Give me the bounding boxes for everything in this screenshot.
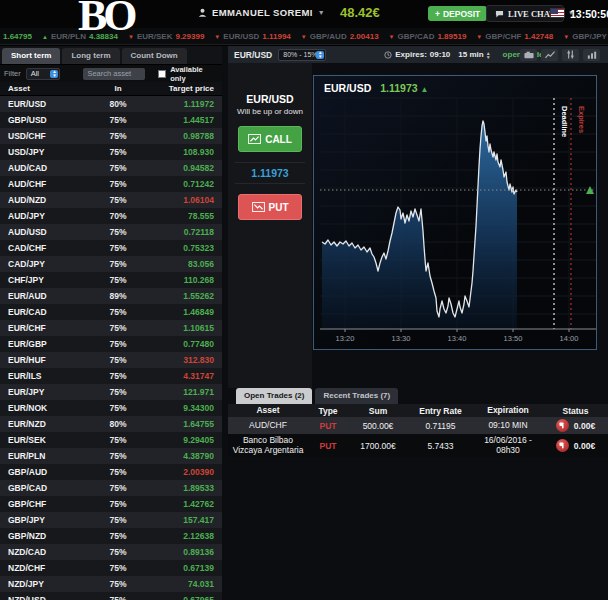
tab-open-trades-2-[interactable]: Open Trades (2) [236,388,312,404]
asset-row[interactable]: EUR/NOK75%9.34300 [0,400,222,416]
filter-select[interactable]: All ▲▼ [26,68,61,80]
asset-target-price: 0.98788 [146,131,222,141]
payout-select[interactable]: 80% - 15% ▲▼ [278,49,326,61]
asset-row[interactable]: EUR/HUF75%312.830 [0,352,222,368]
column-header: Type [308,406,348,416]
asset-row[interactable]: CHF/JPY75%110.268 [0,272,222,288]
trade-row[interactable]: AUD/CHFPUT500.00€0.7119509:10 MIN0.00€ [228,417,608,434]
snapshot-button[interactable] [520,49,537,61]
asset-row[interactable]: CAD/CHF75%0.75323 [0,240,222,256]
asset-target-price: 0.71242 [146,179,222,189]
asset-target-price: 0.67139 [146,563,222,573]
asset-row[interactable]: EUR/JPY75%121.971 [0,384,222,400]
asset-row[interactable]: EUR/AUD89%1.55262 [0,288,222,304]
column-header: Expiration [473,406,543,416]
column-header: Entry Rate [408,406,473,416]
available-only-toggle[interactable]: Available only [158,65,218,83]
asset-row[interactable]: USD/CHF75%0.98788 [0,128,222,144]
ticker-value: 1.11994 [262,32,290,41]
column-header: Status [543,406,608,416]
asset-row[interactable]: GBP/NZD75%2.12638 [0,528,222,544]
ticker-pair: GBP/CAD [398,32,435,41]
asset-name: AUD/USD [0,227,90,237]
asset-target-price: 121.971 [146,387,222,397]
trade-type: PUT [308,421,348,431]
search-input[interactable] [83,68,145,80]
asset-row[interactable]: NZD/CHF75%0.67139 [0,560,222,576]
asset-row[interactable]: GBP/JPY75%157.417 [0,512,222,528]
column-header: Asset [228,406,308,416]
asset-row[interactable]: EUR/USD80%1.11972 [0,96,222,112]
asset-row[interactable]: EUR/PLN75%4.38790 [0,448,222,464]
price-chart[interactable]: EUR/USD 1.11973 ▲ 13:2013:3013:4013:5014… [313,75,597,350]
asset-row[interactable]: EUR/SEK75%9.29405 [0,432,222,448]
asset-row[interactable]: AUD/CAD75%0.94582 [0,160,222,176]
asset-payout: 75% [90,195,146,205]
asset-name: EUR/HUF [0,355,90,365]
asset-row[interactable]: NZD/CAD75%0.89136 [0,544,222,560]
trade-status-value: 0.00€ [574,441,595,451]
asset-row[interactable]: GBP/CAD75%1.89533 [0,480,222,496]
asset-target-price: 0.77480 [146,339,222,349]
asset-payout: 75% [90,355,146,365]
asset-row[interactable]: GBP/CHF75%1.42762 [0,496,222,512]
asset-row[interactable]: EUR/GBP75%0.77480 [0,336,222,352]
trade-toolbar: EUR/USD 80% - 15% ▲▼ Expires: 09:10 15 m… [228,46,608,63]
put-button[interactable]: PUT [238,194,302,220]
asset-name: NZD/JPY [0,579,90,589]
asset-row[interactable]: EUR/CAD75%1.46849 [0,304,222,320]
ticker-pair: EUR/USD [223,32,259,41]
svg-text:13:30: 13:30 [392,334,411,343]
clock-icon [384,51,392,59]
column-header: Sum [348,406,408,416]
tab-recent-trades-7-[interactable]: Recent Trades (7) [315,388,398,404]
asset-payout: 75% [90,339,146,349]
trade-row[interactable]: Banco Bilbao Vizcaya ArgentariaPUT1700.0… [228,434,608,457]
tab-short-term[interactable]: Short term [2,48,60,64]
asset-row[interactable]: NZD/USD75%0.67965 [0,592,222,600]
duration-stepper[interactable]: 15 min ▲▼ [458,50,490,59]
asset-target-price: 110.268 [146,275,222,285]
call-button[interactable]: CALL [238,126,302,152]
asset-name: EUR/USD [0,99,90,109]
asset-row[interactable]: AUD/JPY70%78.555 [0,208,222,224]
arrow-down-icon: ▼ [214,34,220,40]
asset-row[interactable]: AUD/CHF75%0.71242 [0,176,222,192]
trade-status: 0.00€ [543,439,608,452]
asset-payout: 75% [90,403,146,413]
asset-name: GBP/AUD [0,467,90,477]
asset-row[interactable]: NZD/JPY75%74.031 [0,576,222,592]
plus-icon: + [435,9,440,19]
asset-payout: 75% [90,323,146,333]
asset-payout: 75% [90,131,146,141]
indicators-button[interactable] [562,49,579,61]
asset-row[interactable]: USD/JPY75%108.930 [0,144,222,160]
bar-chart-button[interactable] [583,49,600,61]
asset-payout: 75% [90,243,146,253]
asset-payout: 75% [90,371,146,381]
asset-row[interactable]: GBP/AUD75%2.00390 [0,464,222,480]
ticker-item: ▼EUR/SEK9.29399 [128,32,204,41]
asset-tabs: Short termLong termCount Down [0,46,222,65]
asset-name: GBP/CAD [0,483,90,493]
ticker-item: 1.64795 [3,32,32,41]
trading-area: EUR/USD 80% - 15% ▲▼ Expires: 09:10 15 m… [222,46,608,600]
asset-row[interactable]: AUD/NZD75%1.06104 [0,192,222,208]
user-icon [198,8,207,17]
asset-row[interactable]: EUR/ILS75%4.31747 [0,368,222,384]
asset-row[interactable]: CAD/JPY75%83.056 [0,256,222,272]
line-chart-button[interactable] [541,49,558,61]
tab-count-down[interactable]: Count Down [122,48,187,64]
filter-label: Filter [4,69,21,78]
user-menu[interactable]: EMMANUEL SOREMI ▼ [198,7,325,18]
asset-row[interactable]: GBP/USD75%1.44517 [0,112,222,128]
broker-logo[interactable]: BO [78,0,134,39]
svg-text:14:00: 14:00 [560,334,579,343]
asset-row[interactable]: AUD/USD75%0.72118 [0,224,222,240]
ticker-pair: EUR/SEK [137,32,173,41]
asset-row[interactable]: EUR/NZD80%1.64755 [0,416,222,432]
deposit-button[interactable]: + DEPOSIT [428,6,487,21]
asset-row[interactable]: EUR/CHF75%1.10615 [0,320,222,336]
tab-long-term[interactable]: Long term [62,48,119,64]
ticker-value: 9.29399 [175,32,204,41]
